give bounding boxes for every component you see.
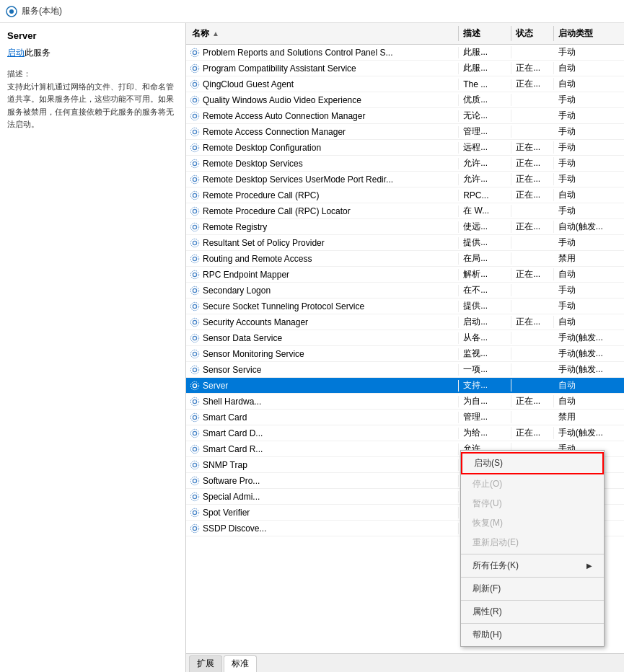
service-gear-icon [189, 523, 201, 534]
cell-desc: 在局... [459, 252, 511, 265]
start-link[interactable]: 启动 [7, 48, 25, 58]
service-row[interactable]: Shell Hardwa... 为自... 正在... 自动 [186, 394, 624, 410]
tab-item-扩展[interactable]: 扩展 [189, 655, 222, 672]
cell-name: Resultant Set of Policy Provider [186, 237, 459, 249]
service-row[interactable]: Remote Desktop Configuration 远程... 正在...… [186, 140, 624, 156]
ctx-menu-item[interactable]: 帮助(H) [461, 625, 604, 645]
cell-status: 正在... [511, 173, 554, 185]
svg-point-16 [193, 162, 196, 165]
service-gear-icon [189, 443, 201, 455]
svg-point-9 [190, 96, 198, 104]
service-name-text: Sensor Service [203, 365, 261, 375]
col-header-desc[interactable]: 描述 [459, 26, 511, 41]
service-row[interactable]: Sensor Service 一项... 手动(触发... [186, 362, 624, 378]
cell-name: Remote Registry [186, 221, 459, 233]
cell-desc: 允许... [459, 173, 511, 185]
cell-status: 正在... [511, 268, 554, 280]
cell-startup: 手动 [554, 205, 624, 217]
cell-startup: 禁用 [554, 252, 624, 265]
service-row[interactable]: Program Compatibility Assistant Service … [186, 61, 624, 76]
cell-status: 正在... [511, 221, 554, 233]
service-row[interactable]: Remote Registry 使远... 正在... 自动(触发... [186, 219, 624, 235]
svg-point-29 [190, 255, 198, 262]
service-name-text: Problem Reports and Solutions Control Pa… [203, 48, 392, 58]
ctx-item-label: 属性(R) [473, 606, 502, 618]
cell-name: Remote Procedure Call (RPC) Locator [186, 205, 459, 217]
cell-name: Sensor Monitoring Service [186, 348, 459, 360]
service-row[interactable]: Remote Procedure Call (RPC) Locator 在 W.… [186, 203, 624, 219]
svg-point-54 [193, 463, 196, 467]
cell-desc: 此服... [459, 62, 511, 74]
svg-point-25 [190, 223, 198, 231]
svg-point-45 [190, 381, 198, 389]
service-row[interactable]: Smart Card 管理... 禁用 [186, 410, 624, 425]
content-area: Server 启动此服务 描述： 支持此计算机通过网络的文件、打印、和命名管道共… [0, 23, 624, 672]
service-name-text: Remote Desktop Configuration [203, 143, 321, 153]
service-row[interactable]: Security Accounts Manager 启动... 正在... 自动 [186, 314, 624, 330]
cell-startup: 手动 [554, 236, 624, 249]
left-panel: Server 启动此服务 描述： 支持此计算机通过网络的文件、打印、和命名管道共… [0, 23, 186, 672]
service-name-text: Smart Card D... [203, 428, 263, 438]
service-row[interactable]: Server 支持... 自动 [186, 378, 624, 394]
svg-point-36 [193, 320, 196, 324]
service-name-text: Special Admi... [203, 492, 260, 502]
submenu-arrow: ▶ [586, 562, 592, 570]
ctx-item-label: 刷新(F) [473, 583, 501, 595]
title-bar-text: 服务(本地) [22, 5, 62, 17]
service-row[interactable]: Routing and Remote Access 在局... 禁用 [186, 251, 624, 267]
svg-point-13 [190, 128, 198, 136]
service-description: 描述： 支持此计算机通过网络的文件、打印、和命名管道共享。如果服务停止，这些功能… [7, 68, 178, 131]
service-row[interactable]: Remote Desktop Services UserMode Port Re… [186, 172, 624, 187]
service-name-text: Remote Desktop Services UserMode Port Re… [203, 174, 393, 185]
cell-name: Remote Procedure Call (RPC) [186, 190, 459, 201]
cell-startup: 手动 [554, 46, 624, 58]
cell-name: Remote Access Auto Connection Manager [186, 110, 459, 122]
service-row[interactable]: Remote Desktop Services 允许... 正在... 手动 [186, 156, 624, 172]
service-row[interactable]: Problem Reports and Solutions Control Pa… [186, 45, 624, 61]
cell-status: 正在... [511, 141, 554, 154]
cell-status: 正在... [511, 395, 554, 407]
ctx-menu-item[interactable]: 刷新(F) [461, 579, 604, 598]
sort-arrow: ▲ [212, 30, 219, 37]
ctx-menu-item[interactable]: 启动(S) [461, 452, 604, 474]
service-name-text: SSDP Discove... [203, 523, 266, 534]
service-row[interactable]: RPC Endpoint Mapper 解析... 正在... 自动 [186, 267, 624, 283]
svg-point-58 [193, 495, 196, 498]
service-row[interactable]: Secondary Logon 在不... 手动 [186, 283, 624, 299]
service-row[interactable]: Secure Socket Tunneling Protocol Service… [186, 299, 624, 314]
service-row[interactable]: Quality Windows Audio Video Experience 优… [186, 92, 624, 108]
cell-desc: 在 W... [459, 205, 511, 217]
service-name-text: Remote Access Connection Manager [203, 127, 346, 137]
desc-text: 支持此计算机通过网络的文件、打印、和命名管道共享。如果服务停止，这些功能不可用。… [7, 82, 174, 129]
col-header-status[interactable]: 状态 [511, 26, 554, 41]
svg-point-28 [193, 257, 196, 260]
service-gear-icon [189, 205, 201, 217]
service-row[interactable]: Sensor Monitoring Service 监视... 手动(触发... [186, 346, 624, 362]
col-header-name[interactable]: 名称 ▲ [186, 26, 459, 41]
cell-name: Spot Verifier [186, 507, 459, 518]
svg-point-27 [190, 239, 198, 247]
service-gear-icon [189, 47, 201, 58]
service-row[interactable]: Remote Access Auto Connection Manager 无论… [186, 108, 624, 124]
main-window: 服务(本地) Server 启动此服务 描述： 支持此计算机通过网络的文件、打印… [0, 0, 624, 672]
title-bar: 服务(本地) [0, 0, 624, 23]
service-row[interactable]: Smart Card D... 为给... 正在... 手动(触发... [186, 425, 624, 441]
service-row[interactable]: Sensor Data Service 从各... 手动(触发... [186, 330, 624, 346]
cell-desc: 提供... [459, 236, 511, 249]
tab-item-标准[interactable]: 标准 [224, 655, 257, 672]
svg-point-21 [190, 191, 198, 199]
ctx-menu-item: 恢复(M) [461, 513, 604, 533]
service-row[interactable]: QingCloud Guest Agent The ... 正在... 自动 [186, 76, 624, 92]
service-name-text: Remote Procedure Call (RPC) [203, 190, 319, 200]
service-row[interactable]: Remote Access Connection Manager 管理... 手… [186, 124, 624, 140]
cell-status: 正在... [511, 78, 554, 90]
ctx-menu-item[interactable]: 所有任务(K)▶ [461, 556, 604, 575]
ctx-menu-item[interactable]: 属性(R) [461, 602, 604, 622]
svg-point-10 [193, 114, 196, 118]
service-row[interactable]: Resultant Set of Policy Provider 提供... 手… [186, 235, 624, 251]
svg-point-18 [193, 177, 196, 181]
cell-startup: 手动 [554, 300, 624, 312]
service-row[interactable]: Remote Procedure Call (RPC) RPC... 正在...… [186, 187, 624, 203]
cell-name: QingCloud Guest Agent [186, 79, 459, 90]
col-header-startup[interactable]: 启动类型 [554, 26, 624, 41]
